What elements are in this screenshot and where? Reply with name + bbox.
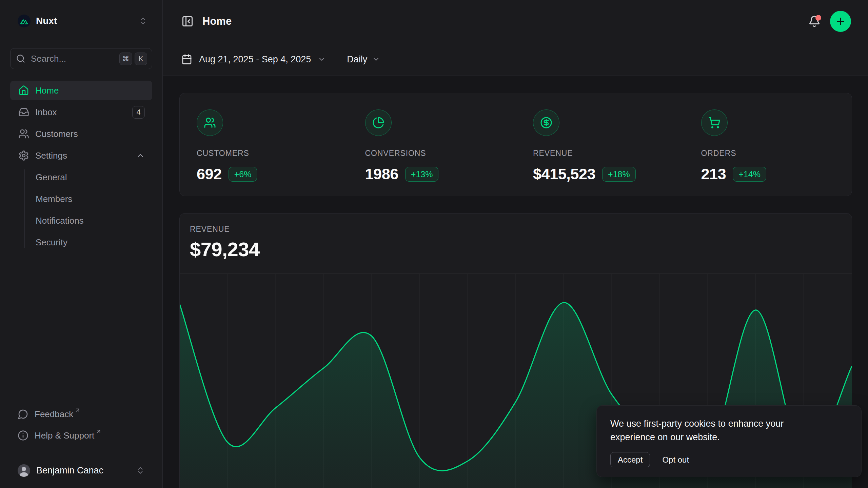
chevron-down-icon	[318, 55, 326, 63]
sidebar-item-help-support[interactable]: Help & Support	[10, 426, 152, 445]
stat-label: ORDERS	[701, 149, 842, 158]
revenue-chart-value: $79,234	[190, 238, 842, 261]
page-title: Home	[202, 15, 232, 27]
chevron-up-icon	[136, 151, 145, 160]
inbox-icon	[18, 107, 29, 118]
search-input[interactable]: Search... ⌘ K	[10, 48, 152, 69]
sidebar-item-label: Home	[35, 85, 59, 96]
stat-label: CUSTOMERS	[197, 149, 338, 158]
sidebar-item-security[interactable]: Security	[10, 232, 152, 252]
stat-label: CONVERSIONS	[365, 149, 506, 158]
users-icon	[18, 128, 29, 139]
sidebar-item-home[interactable]: Home	[10, 81, 152, 100]
kbd-k: K	[135, 53, 147, 65]
pie-chart-icon	[365, 109, 392, 136]
notification-dot	[815, 15, 821, 21]
sidebar-item-customers[interactable]: Customers	[10, 124, 152, 144]
revenue-chart-label: REVENUE	[190, 225, 842, 234]
stat-value: 1986	[365, 165, 398, 183]
chevrons-up-down-icon	[136, 466, 145, 475]
house-icon	[18, 85, 29, 96]
settings-sub-list: General Members Notifications Security	[10, 167, 152, 252]
sidebar-collapse-button[interactable]	[181, 15, 194, 27]
date-range-value: Aug 21, 2025 - Sep 4, 2025	[199, 54, 311, 65]
user-section: Benjamin Canac	[0, 455, 162, 481]
sidebar-item-members[interactable]: Members	[10, 189, 152, 209]
user-menu[interactable]: Benjamin Canac	[10, 460, 152, 481]
message-circle-icon	[18, 409, 28, 420]
stat-label: REVENUE	[533, 149, 674, 158]
interval-value: Daily	[347, 54, 367, 65]
stat-value: $415,523	[533, 165, 595, 183]
interval-select[interactable]: Daily	[347, 54, 380, 65]
cookie-banner: We use first-party cookies to enhance yo…	[596, 405, 862, 477]
notifications-button[interactable]	[808, 15, 821, 27]
stat-delta-badge: +13%	[405, 167, 439, 182]
nuxt-logo-icon	[18, 15, 31, 27]
page-header: Home	[163, 0, 868, 43]
sidebar-item-label: Help & Support	[35, 430, 94, 441]
workspace-name: Nuxt	[36, 16, 133, 26]
stat-revenue: REVENUE $415,523 +18%	[516, 93, 684, 196]
users-icon	[197, 109, 223, 136]
stat-customers: CUSTOMERS 692 +6%	[180, 93, 348, 196]
stat-value: 692	[197, 165, 222, 183]
shopping-cart-icon	[701, 109, 728, 136]
stat-delta-badge: +18%	[602, 167, 636, 182]
gear-icon	[18, 150, 29, 161]
sidebar-nav: Home Inbox 4 Customers Settings	[10, 81, 152, 254]
sidebar-footer: Feedback Help & Support	[10, 405, 152, 447]
sidebar-item-label: Customers	[35, 129, 78, 139]
stats-card-group: CUSTOMERS 692 +6% CONVERSIONS 1986 +13%	[179, 93, 852, 196]
stat-delta-badge: +14%	[733, 167, 766, 182]
sidebar-spacer	[10, 254, 152, 405]
arrow-up-right-icon	[95, 428, 102, 435]
sidebar: Nuxt Search... ⌘ K Home	[0, 0, 163, 488]
sidebar-item-settings[interactable]: Settings	[10, 146, 152, 165]
sidebar-item-label: Feedback	[35, 409, 73, 420]
sidebar-item-notifications[interactable]: Notifications	[10, 211, 152, 230]
search-icon	[16, 54, 25, 63]
arrow-up-right-icon	[74, 407, 81, 413]
accept-cookies-button[interactable]: Accept	[610, 452, 650, 467]
sidebar-item-feedback[interactable]: Feedback	[10, 405, 152, 424]
inbox-count-badge: 4	[132, 106, 145, 119]
stat-delta-badge: +6%	[229, 167, 257, 182]
info-circle-icon	[18, 430, 28, 441]
stat-orders: ORDERS 213 +14%	[684, 93, 852, 196]
chevron-down-icon	[372, 55, 380, 63]
opt-out-button[interactable]: Opt out	[662, 455, 689, 465]
toolbar: Aug 21, 2025 - Sep 4, 2025 Daily	[163, 43, 868, 76]
search-placeholder: Search...	[31, 54, 114, 64]
avatar	[18, 464, 30, 477]
date-range-picker[interactable]: Aug 21, 2025 - Sep 4, 2025	[181, 54, 326, 65]
kbd-cmd: ⌘	[119, 53, 132, 65]
sidebar-item-label: Settings	[35, 150, 67, 161]
user-name: Benjamin Canac	[36, 465, 130, 476]
sidebar-item-inbox[interactable]: Inbox 4	[10, 102, 152, 122]
calendar-icon	[181, 54, 192, 65]
sidebar-item-general[interactable]: General	[10, 167, 152, 187]
stat-value: 213	[701, 165, 726, 183]
chevrons-up-down-icon	[139, 17, 147, 25]
add-button[interactable]	[830, 11, 851, 32]
search-shortcut: ⌘ K	[119, 53, 147, 65]
cookie-message: We use first-party cookies to enhance yo…	[610, 417, 814, 444]
sidebar-item-label: Inbox	[35, 107, 57, 118]
stat-conversions: CONVERSIONS 1986 +13%	[348, 93, 516, 196]
workspace-switcher[interactable]: Nuxt	[18, 12, 147, 30]
plus-icon	[835, 16, 846, 27]
dashboard-page: Nuxt Search... ⌘ K Home	[0, 0, 868, 488]
dollar-circle-icon	[533, 109, 559, 136]
